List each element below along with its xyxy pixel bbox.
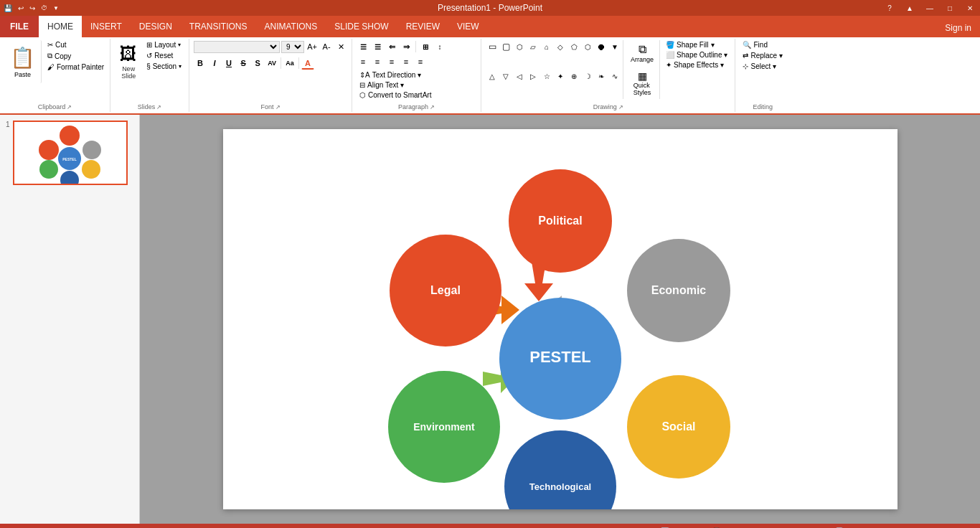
para-row-2: ≡ ≡ ≡ ≡ ≡: [357, 55, 446, 68]
slides-expand-icon[interactable]: ↗: [156, 104, 161, 110]
quick-styles-button[interactable]: ▦ QuickStyles: [626, 67, 658, 99]
text-shadow-button[interactable]: S: [251, 57, 264, 70]
tab-design[interactable]: DESIGN: [131, 16, 181, 37]
increase-indent-button[interactable]: ⇒: [400, 40, 413, 53]
customize-qat-icon[interactable]: ▼: [51, 4, 61, 12]
shape-fill-button[interactable]: 🪣 Shape Fill ▾: [663, 40, 730, 50]
shape-outline-button[interactable]: ⬜ Shape Outline ▾: [663, 50, 730, 60]
shape-diamond-icon[interactable]: ◇: [554, 40, 567, 53]
tab-home[interactable]: HOME: [39, 16, 82, 37]
shape-t4-icon[interactable]: ▷: [527, 70, 540, 83]
shape-t5-icon[interactable]: ☆: [540, 70, 553, 83]
justify-button[interactable]: ≡: [400, 55, 413, 68]
shape-effects-button[interactable]: ✦ Shape Effects ▾: [663, 60, 730, 70]
tab-review[interactable]: REVIEW: [397, 16, 448, 37]
shape-t2-icon[interactable]: ▽: [499, 70, 512, 83]
shape-rect-icon[interactable]: ▭: [486, 40, 499, 53]
italic-button[interactable]: I: [208, 57, 221, 70]
new-slide-button[interactable]: 🖼 NewSlide: [115, 40, 142, 83]
minimize-button[interactable]: —: [920, 0, 940, 16]
slide-thumbnail[interactable]: PESTEL: [13, 121, 128, 185]
shape-t1-icon[interactable]: △: [486, 70, 499, 83]
increase-font-button[interactable]: A+: [306, 40, 319, 53]
shape-more-icon[interactable]: ▼: [608, 40, 621, 53]
shape-rounded-icon[interactable]: ▢: [499, 40, 512, 53]
convert-smartart-label: Convert to SmartArt: [368, 91, 431, 99]
tab-insert[interactable]: INSERT: [82, 16, 131, 37]
maximize-button[interactable]: □: [940, 0, 960, 16]
font-sep: [281, 57, 281, 69]
shape-t10-icon[interactable]: ∿: [608, 70, 621, 83]
shape-para-icon[interactable]: ▱: [527, 40, 540, 53]
undo-icon[interactable]: ↩: [16, 4, 26, 13]
align-text-button[interactable]: ⊟ Align Text ▾: [357, 80, 446, 90]
shape-t8-icon[interactable]: ☽: [581, 70, 594, 83]
columns-button[interactable]: ⊞: [419, 40, 432, 53]
text-direction-icon: ⇕A: [359, 71, 370, 79]
layout-button[interactable]: ⊞ Layout ▾: [143, 40, 184, 50]
align-left-button[interactable]: ≡: [357, 55, 369, 68]
clipboard-expand-icon[interactable]: ↗: [67, 104, 72, 110]
close-button[interactable]: ✕: [960, 0, 980, 16]
align-right-button[interactable]: ≡: [385, 55, 398, 68]
section-button[interactable]: § Section ▾: [143, 62, 184, 71]
shape-octagon-icon[interactable]: ⯃: [595, 40, 608, 53]
char-spacing-button[interactable]: AV: [265, 57, 278, 70]
tab-slideshow[interactable]: SLIDE SHOW: [326, 16, 397, 37]
help-button[interactable]: ?: [880, 0, 900, 16]
cut-button[interactable]: ✂ Cut: [44, 40, 107, 50]
shape-t6-icon[interactable]: ✦: [554, 70, 567, 83]
shape-snip-icon[interactable]: ⬡: [513, 40, 526, 53]
replace-button[interactable]: ⇄ Replace ▾: [740, 51, 786, 60]
sign-in-button[interactable]: Sign in: [936, 19, 980, 37]
font-expand-icon[interactable]: ↗: [275, 104, 281, 110]
bullets-button[interactable]: ☰: [357, 40, 369, 53]
convert-smartart-button[interactable]: ⬡ Convert to SmartArt: [357, 90, 446, 100]
decrease-font-button[interactable]: A-: [320, 40, 333, 53]
shape-trap-icon[interactable]: ⌂: [540, 40, 553, 53]
select-button[interactable]: ⊹ Select ▾: [740, 62, 786, 71]
font-size-select[interactable]: 9: [281, 41, 304, 53]
format-painter-button[interactable]: 🖌 Format Painter: [44, 62, 107, 72]
svg-text:Social: Social: [661, 420, 695, 433]
drawing-expand-icon[interactable]: ↗: [618, 104, 623, 110]
line-spacing-button[interactable]: ↕: [433, 40, 446, 53]
shape-t7-icon[interactable]: ⊕: [567, 70, 580, 83]
ribbon-display-button[interactable]: ▲: [900, 0, 920, 16]
distributed-button[interactable]: ≡: [414, 55, 427, 68]
font-color-button[interactable]: A: [301, 57, 314, 70]
tab-view[interactable]: VIEW: [448, 16, 488, 37]
align-text-arrow: ▾: [400, 81, 404, 89]
numbering-button[interactable]: ☰: [371, 40, 384, 53]
timer-icon[interactable]: ⏱: [39, 4, 50, 12]
bold-button[interactable]: B: [194, 57, 207, 70]
reset-button[interactable]: ↺ Reset: [143, 51, 184, 60]
arrange-button[interactable]: ⧉ Arrange: [626, 40, 658, 66]
font-name-select[interactable]: [194, 41, 280, 53]
change-case-button[interactable]: Aa: [283, 57, 296, 70]
slide[interactable]: Political Legal Economic PESTEL Environm…: [223, 129, 897, 509]
strikethrough-button[interactable]: S: [237, 57, 250, 70]
paste-button[interactable]: 📋 Paste: [4, 40, 42, 83]
new-slide-icon: 🖼: [120, 44, 137, 64]
shape-t9-icon[interactable]: ❧: [595, 70, 608, 83]
redo-icon[interactable]: ↪: [27, 4, 37, 13]
tab-transitions[interactable]: TRANSITIONS: [181, 16, 256, 37]
decrease-indent-button[interactable]: ⇐: [385, 40, 398, 53]
align-center-button[interactable]: ≡: [371, 55, 384, 68]
slide-canvas[interactable]: Political Legal Economic PESTEL Environm…: [140, 115, 980, 524]
shape-hexagon-icon[interactable]: ⬡: [581, 40, 594, 53]
para-expand-icon[interactable]: ↗: [430, 104, 435, 110]
underline-button[interactable]: U: [222, 57, 235, 70]
save-icon[interactable]: 💾: [1, 4, 14, 13]
text-direction-button[interactable]: ⇕A Text Direction ▾: [357, 70, 446, 80]
clear-formatting-button[interactable]: ✕: [334, 40, 347, 53]
copy-button[interactable]: ⧉ Copy: [44, 51, 107, 61]
shape-pentagon-icon[interactable]: ⬠: [567, 40, 580, 53]
title-bar: 💾 ↩ ↪ ⏱ ▼ Presentation1 - PowerPoint ? ▲…: [0, 0, 980, 16]
svg-text:Environment: Environment: [413, 421, 475, 433]
find-button[interactable]: 🔍 Find: [740, 40, 786, 50]
shape-t3-icon[interactable]: ◁: [513, 70, 526, 83]
tab-file[interactable]: FILE: [0, 16, 39, 37]
tab-animations[interactable]: ANIMATIONS: [255, 16, 326, 37]
